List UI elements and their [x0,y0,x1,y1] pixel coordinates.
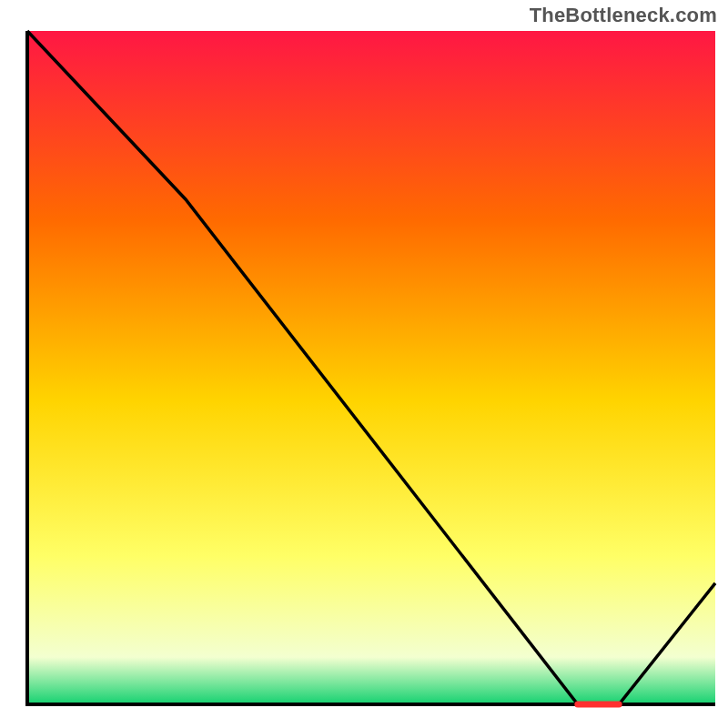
chart-svg [0,0,728,728]
plot-background [27,31,715,704]
chart-stage: TheBottleneck.com [0,0,728,728]
